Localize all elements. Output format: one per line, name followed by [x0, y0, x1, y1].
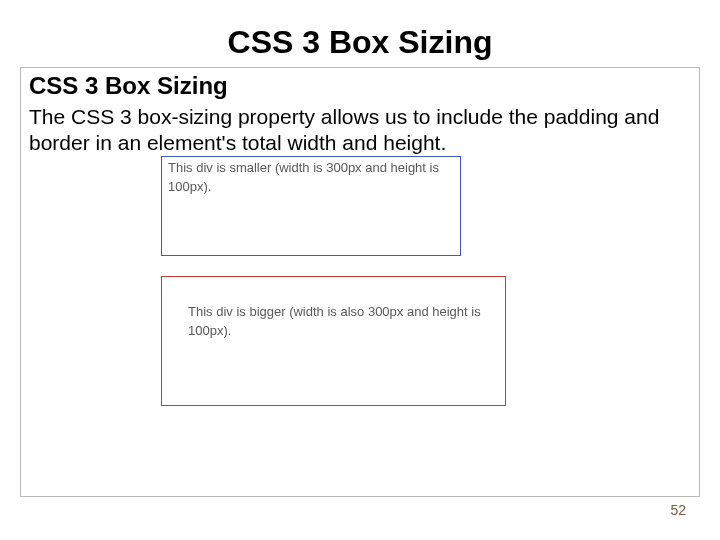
demo-area: This div is smaller (width is 300px and … — [161, 156, 506, 406]
demo-box-big: This div is bigger (width is also 300px … — [161, 276, 506, 406]
demo-box-small-text: This div is smaller (width is 300px and … — [168, 159, 454, 197]
slide-title: CSS 3 Box Sizing — [0, 0, 720, 67]
content-frame: CSS 3 Box Sizing The CSS 3 box-sizing pr… — [20, 67, 700, 497]
page-number: 52 — [670, 502, 686, 518]
demo-box-small: This div is smaller (width is 300px and … — [161, 156, 461, 256]
section-paragraph: The CSS 3 box-sizing property allows us … — [29, 104, 691, 157]
section-subheading: CSS 3 Box Sizing — [29, 72, 691, 100]
demo-box-big-text: This div is bigger (width is also 300px … — [188, 303, 499, 341]
